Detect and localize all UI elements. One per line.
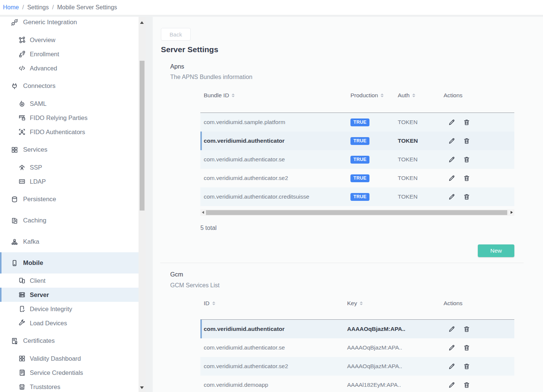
column-key[interactable]: Key: [347, 300, 357, 307]
enrollment-icon: [18, 50, 26, 58]
sidebar-item-enrollment[interactable]: Enrollment: [0, 47, 139, 61]
edit-icon[interactable]: [448, 363, 455, 370]
actions-cell: [444, 193, 514, 200]
certificates-icon: [11, 337, 18, 345]
mobile-icon: [11, 259, 18, 267]
sort-icon[interactable]: [232, 94, 235, 97]
sidebar-item-caching[interactable]: Caching: [0, 210, 139, 231]
sidebar-item-services[interactable]: Services: [0, 139, 139, 160]
sidebar-item-ldap[interactable]: LDAP: [0, 174, 139, 189]
id-cell: com.veridiumid.authenticator: [204, 326, 347, 332]
fido-relying-parties-icon: [18, 114, 26, 121]
sort-icon[interactable]: [412, 94, 415, 97]
delete-icon[interactable]: [463, 156, 470, 163]
sidebar-item-device-integrity[interactable]: Device Integrity: [0, 302, 139, 316]
column-production[interactable]: Production: [350, 92, 378, 99]
delete-icon[interactable]: [463, 344, 470, 351]
apns-table-row[interactable]: com.veridiumid.sample.platform TRUE TOKE…: [200, 113, 514, 132]
apns-table-row[interactable]: com.veridiumid.authenticator.creditsuiss…: [200, 187, 514, 206]
edit-icon[interactable]: [448, 325, 455, 333]
scroll-down-arrow-icon[interactable]: [140, 386, 144, 389]
sidebar-item-connectors[interactable]: Connectors: [0, 75, 139, 97]
ldap-icon: [18, 178, 26, 185]
edit-icon[interactable]: [448, 156, 455, 163]
gcm-table: ID Key Actions com.veridiumid.authentica…: [200, 299, 514, 392]
delete-icon[interactable]: [463, 193, 470, 200]
sidebar-item-certificates[interactable]: Certificates: [0, 330, 139, 351]
sort-icon[interactable]: [212, 301, 215, 305]
column-id[interactable]: ID: [204, 300, 210, 307]
scroll-left-arrow-icon[interactable]: [202, 211, 204, 214]
actions-cell: [444, 325, 514, 333]
apns-table-row[interactable]: com.veridiumid.authenticator.se TRUE TOK…: [200, 150, 514, 169]
apns-horizontal-scrollbar[interactable]: [200, 209, 514, 216]
sidebar-item-label: Generic Integration: [23, 19, 77, 26]
edit-icon[interactable]: [448, 137, 455, 145]
gcm-table-row[interactable]: com.veridiumid.authenticator AAAAOqBjazM…: [200, 320, 514, 338]
sidebar-item-service-credentials[interactable]: Service Credentials: [0, 366, 139, 380]
scroll-right-arrow-icon[interactable]: [511, 211, 513, 214]
sidebar-item-client[interactable]: Client: [0, 274, 139, 288]
edit-icon[interactable]: [448, 174, 455, 182]
gcm-table-row[interactable]: com.veridiumid.authenticator.se2 AAAAOqB…: [200, 357, 514, 376]
production-badge: TRUE: [350, 137, 369, 145]
delete-icon[interactable]: [463, 381, 470, 389]
sidebar-item-label: Load Devices: [30, 320, 67, 327]
edit-icon[interactable]: [448, 193, 455, 200]
sort-icon[interactable]: [381, 94, 384, 97]
page-title: Server Settings: [161, 45, 218, 54]
sidebar-item-saml[interactable]: SAML: [0, 97, 139, 111]
hscroll-thumb[interactable]: [206, 210, 507, 215]
gcm-table-row[interactable]: com.veridiumid.authenticator.se AAAAOqBj…: [200, 338, 514, 357]
edit-icon[interactable]: [448, 344, 455, 351]
scroll-up-arrow-icon[interactable]: [140, 21, 144, 24]
delete-icon[interactable]: [463, 174, 470, 182]
sidebar-item-label: Truststores: [30, 383, 60, 391]
sidebar-item-load-devices[interactable]: Load Devices: [0, 316, 139, 330]
sidebar-item-label: FIDO Relying Parties: [30, 114, 88, 121]
breadcrumb-settings[interactable]: Settings: [27, 4, 49, 11]
sidebar-item-server[interactable]: Server: [0, 288, 139, 302]
new-button[interactable]: New: [478, 244, 514, 257]
sidebar-item-generic-integration[interactable]: Generic Integration: [0, 17, 139, 33]
sort-icon[interactable]: [360, 301, 363, 305]
column-bundle-id[interactable]: Bundle ID: [204, 92, 229, 99]
apns-table-row[interactable]: com.veridiumid.authenticator.se2 TRUE TO…: [200, 169, 514, 187]
sidebar-item-label: Caching: [23, 217, 46, 224]
back-button[interactable]: Back: [161, 28, 191, 41]
bundle-id-cell: com.veridiumid.sample.platform: [204, 119, 350, 126]
sidebar-item-advanced[interactable]: Advanced: [0, 61, 139, 75]
truststores-icon: [18, 383, 26, 391]
sidebar-item-mobile[interactable]: Mobile: [0, 252, 139, 274]
sidebar-item-fido-authenticators[interactable]: FIDO Authenticators: [0, 125, 139, 139]
sidebar-item-fido-relying-parties[interactable]: FIDO Relying Parties: [0, 111, 139, 125]
kafka-icon: [11, 238, 18, 246]
apns-table-header: Bundle ID Production Auth Actions: [200, 91, 514, 113]
fido-authenticators-icon: [18, 128, 26, 136]
auth-cell: TOKEN: [398, 193, 444, 200]
sidebar-item-label: Server: [30, 291, 49, 298]
gcm-table-row[interactable]: com.veridiumid.demoapp AAAAl182EyM:APA..: [200, 376, 514, 392]
edit-icon[interactable]: [448, 118, 455, 126]
main-content: Back Server Settings Apns The APNS Bundl…: [153, 17, 543, 392]
delete-icon[interactable]: [463, 363, 470, 370]
delete-icon[interactable]: [463, 118, 470, 126]
breadcrumb-home[interactable]: Home: [3, 4, 19, 11]
edit-icon[interactable]: [448, 381, 455, 389]
sidebar-scrollbar-thumb[interactable]: [140, 61, 145, 211]
sidebar-item-ssp[interactable]: SSP: [0, 160, 139, 174]
sidebar-item-label: Kafka: [23, 238, 39, 246]
sidebar-scrollbar[interactable]: [139, 17, 146, 392]
delete-icon[interactable]: [463, 137, 470, 145]
sidebar-item-overview[interactable]: Overview: [0, 33, 139, 47]
validity-dashboard-icon: [18, 355, 26, 362]
sidebar-item-persistence[interactable]: Persistence: [0, 189, 139, 210]
actions-cell: [444, 156, 514, 163]
actions-cell: [444, 363, 514, 370]
delete-icon[interactable]: [463, 325, 470, 333]
apns-table-row[interactable]: com.veridiumid.authenticator TRUE TOKEN: [200, 132, 514, 150]
sidebar-item-validity-dashboard[interactable]: Validity Dashboard: [0, 351, 139, 366]
column-auth[interactable]: Auth: [398, 92, 410, 99]
sidebar-item-kafka[interactable]: Kafka: [0, 231, 139, 252]
sidebar-item-truststores[interactable]: Truststores: [0, 380, 139, 392]
